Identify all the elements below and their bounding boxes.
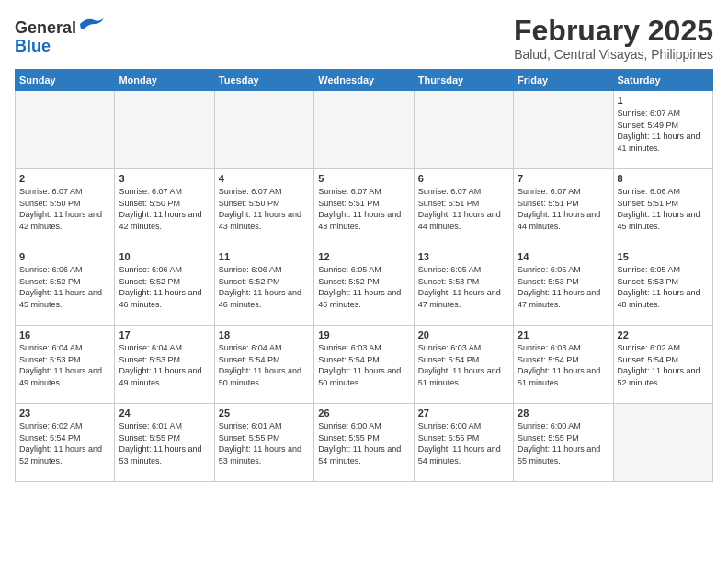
day-info: Sunrise: 6:05 AMSunset: 5:53 PMDaylight:… xyxy=(418,264,509,310)
week-row-3: 9Sunrise: 6:06 AMSunset: 5:52 PMDaylight… xyxy=(16,247,713,326)
day-info: Sunrise: 6:06 AMSunset: 5:51 PMDaylight:… xyxy=(618,186,709,232)
weekday-header-tuesday: Tuesday xyxy=(214,70,313,91)
weekday-header-wednesday: Wednesday xyxy=(314,70,414,91)
day-number: 15 xyxy=(618,251,709,262)
day-number: 26 xyxy=(318,408,409,419)
day-info: Sunrise: 6:03 AMSunset: 5:54 PMDaylight:… xyxy=(418,342,509,388)
day-info: Sunrise: 6:07 AMSunset: 5:51 PMDaylight:… xyxy=(418,186,509,232)
day-number: 11 xyxy=(219,251,310,262)
day-number: 12 xyxy=(318,251,409,262)
day-info: Sunrise: 6:00 AMSunset: 5:55 PMDaylight:… xyxy=(518,420,609,466)
day-info: Sunrise: 6:01 AMSunset: 5:55 PMDaylight:… xyxy=(219,420,310,466)
weekday-header-saturday: Saturday xyxy=(613,70,712,91)
page-header: General Blue February 2025 Balud, Centra… xyxy=(15,15,713,62)
day-number: 9 xyxy=(19,251,110,262)
calendar-cell: 6Sunrise: 6:07 AMSunset: 5:51 PMDaylight… xyxy=(414,169,513,247)
day-number: 19 xyxy=(318,329,409,340)
week-row-5: 23Sunrise: 6:02 AMSunset: 5:54 PMDayligh… xyxy=(16,404,713,482)
day-info: Sunrise: 6:07 AMSunset: 5:51 PMDaylight:… xyxy=(318,186,409,232)
day-number: 20 xyxy=(418,329,509,340)
calendar-cell: 8Sunrise: 6:06 AMSunset: 5:51 PMDaylight… xyxy=(613,169,712,247)
logo-blue: Blue xyxy=(15,38,51,56)
day-number: 7 xyxy=(518,173,609,184)
day-number: 23 xyxy=(19,408,110,419)
calendar-cell xyxy=(613,404,712,482)
day-number: 6 xyxy=(418,173,509,184)
logo: General Blue xyxy=(15,15,106,56)
calendar-cell: 18Sunrise: 6:04 AMSunset: 5:54 PMDayligh… xyxy=(214,326,313,404)
calendar-cell xyxy=(514,91,613,169)
day-info: Sunrise: 6:07 AMSunset: 5:50 PMDaylight:… xyxy=(119,186,210,232)
calendar-cell: 28Sunrise: 6:00 AMSunset: 5:55 PMDayligh… xyxy=(514,404,613,482)
weekday-header-thursday: Thursday xyxy=(414,70,513,91)
day-number: 25 xyxy=(219,408,310,419)
day-info: Sunrise: 6:03 AMSunset: 5:54 PMDaylight:… xyxy=(518,342,609,388)
day-number: 5 xyxy=(318,173,409,184)
day-info: Sunrise: 6:06 AMSunset: 5:52 PMDaylight:… xyxy=(19,264,110,310)
calendar-location: Balud, Central Visayas, Philippines xyxy=(514,47,713,62)
day-info: Sunrise: 6:07 AMSunset: 5:51 PMDaylight:… xyxy=(518,186,609,232)
calendar-title: February 2025 xyxy=(514,15,713,47)
calendar-cell: 9Sunrise: 6:06 AMSunset: 5:52 PMDaylight… xyxy=(16,247,115,326)
day-info: Sunrise: 6:00 AMSunset: 5:55 PMDaylight:… xyxy=(418,420,509,466)
calendar-cell: 16Sunrise: 6:04 AMSunset: 5:53 PMDayligh… xyxy=(16,326,115,404)
day-number: 27 xyxy=(418,408,509,419)
day-info: Sunrise: 6:03 AMSunset: 5:54 PMDaylight:… xyxy=(318,342,409,388)
day-number: 2 xyxy=(19,173,110,184)
calendar-cell: 4Sunrise: 6:07 AMSunset: 5:50 PMDaylight… xyxy=(214,169,313,247)
calendar-cell: 17Sunrise: 6:04 AMSunset: 5:53 PMDayligh… xyxy=(115,326,214,404)
day-info: Sunrise: 6:04 AMSunset: 5:53 PMDaylight:… xyxy=(119,342,210,388)
day-number: 28 xyxy=(518,408,609,419)
calendar-cell: 2Sunrise: 6:07 AMSunset: 5:50 PMDaylight… xyxy=(16,169,115,247)
calendar-cell xyxy=(314,91,414,169)
day-number: 17 xyxy=(119,329,210,340)
calendar-cell: 3Sunrise: 6:07 AMSunset: 5:50 PMDaylight… xyxy=(115,169,214,247)
week-row-4: 16Sunrise: 6:04 AMSunset: 5:53 PMDayligh… xyxy=(16,326,713,404)
calendar-cell: 22Sunrise: 6:02 AMSunset: 5:54 PMDayligh… xyxy=(613,326,712,404)
calendar-cell: 14Sunrise: 6:05 AMSunset: 5:53 PMDayligh… xyxy=(514,247,613,326)
calendar-cell: 20Sunrise: 6:03 AMSunset: 5:54 PMDayligh… xyxy=(414,326,513,404)
calendar-cell: 27Sunrise: 6:00 AMSunset: 5:55 PMDayligh… xyxy=(414,404,513,482)
calendar-cell: 11Sunrise: 6:06 AMSunset: 5:52 PMDayligh… xyxy=(214,247,313,326)
day-number: 18 xyxy=(219,329,310,340)
calendar-cell: 23Sunrise: 6:02 AMSunset: 5:54 PMDayligh… xyxy=(16,404,115,482)
day-info: Sunrise: 6:05 AMSunset: 5:53 PMDaylight:… xyxy=(518,264,609,310)
title-area: February 2025 Balud, Central Visayas, Ph… xyxy=(514,15,713,62)
day-number: 10 xyxy=(119,251,210,262)
calendar-cell: 19Sunrise: 6:03 AMSunset: 5:54 PMDayligh… xyxy=(314,326,414,404)
day-info: Sunrise: 6:01 AMSunset: 5:55 PMDaylight:… xyxy=(119,420,210,466)
day-number: 24 xyxy=(119,408,210,419)
calendar-cell xyxy=(115,91,214,169)
calendar-cell: 24Sunrise: 6:01 AMSunset: 5:55 PMDayligh… xyxy=(115,404,214,482)
calendar-cell: 21Sunrise: 6:03 AMSunset: 5:54 PMDayligh… xyxy=(514,326,613,404)
day-number: 1 xyxy=(618,95,709,106)
day-info: Sunrise: 6:02 AMSunset: 5:54 PMDaylight:… xyxy=(618,342,709,388)
calendar-cell: 10Sunrise: 6:06 AMSunset: 5:52 PMDayligh… xyxy=(115,247,214,326)
day-info: Sunrise: 6:07 AMSunset: 5:50 PMDaylight:… xyxy=(219,186,310,232)
calendar-cell: 25Sunrise: 6:01 AMSunset: 5:55 PMDayligh… xyxy=(214,404,313,482)
day-number: 22 xyxy=(618,329,709,340)
day-number: 14 xyxy=(518,251,609,262)
logo-bird-icon xyxy=(78,15,106,33)
day-info: Sunrise: 6:00 AMSunset: 5:55 PMDaylight:… xyxy=(318,420,409,466)
day-info: Sunrise: 6:05 AMSunset: 5:53 PMDaylight:… xyxy=(618,264,709,310)
day-number: 13 xyxy=(418,251,509,262)
day-info: Sunrise: 6:05 AMSunset: 5:52 PMDaylight:… xyxy=(318,264,409,310)
calendar-table: SundayMondayTuesdayWednesdayThursdayFrid… xyxy=(15,69,713,482)
week-row-2: 2Sunrise: 6:07 AMSunset: 5:50 PMDaylight… xyxy=(16,169,713,247)
calendar-cell: 13Sunrise: 6:05 AMSunset: 5:53 PMDayligh… xyxy=(414,247,513,326)
calendar-cell xyxy=(414,91,513,169)
logo-general: General xyxy=(15,18,76,37)
day-number: 4 xyxy=(219,173,310,184)
weekday-header-sunday: Sunday xyxy=(16,70,115,91)
day-number: 3 xyxy=(119,173,210,184)
calendar-cell xyxy=(16,91,115,169)
weekday-header-monday: Monday xyxy=(115,70,214,91)
weekday-header-row: SundayMondayTuesdayWednesdayThursdayFrid… xyxy=(16,70,713,91)
calendar-cell: 1Sunrise: 6:07 AMSunset: 5:49 PMDaylight… xyxy=(613,91,712,169)
day-info: Sunrise: 6:02 AMSunset: 5:54 PMDaylight:… xyxy=(19,420,110,466)
calendar-cell: 12Sunrise: 6:05 AMSunset: 5:52 PMDayligh… xyxy=(314,247,414,326)
calendar-cell: 7Sunrise: 6:07 AMSunset: 5:51 PMDaylight… xyxy=(514,169,613,247)
day-info: Sunrise: 6:06 AMSunset: 5:52 PMDaylight:… xyxy=(119,264,210,310)
day-info: Sunrise: 6:07 AMSunset: 5:49 PMDaylight:… xyxy=(618,108,709,154)
